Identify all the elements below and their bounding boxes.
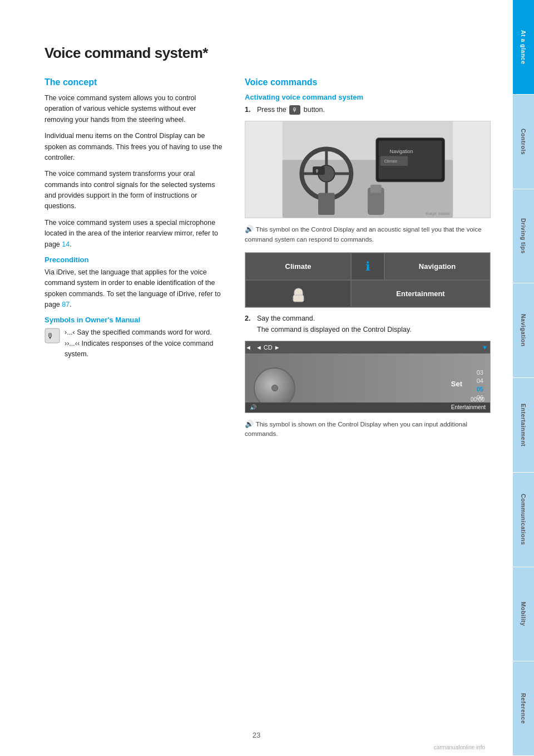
right-sidebar: At a glance Controls Driving tips Naviga… bbox=[513, 0, 534, 756]
activating-heading: Activating voice command system bbox=[245, 93, 491, 101]
concept-para-1: The voice command system allows you to c… bbox=[44, 93, 222, 125]
nav-grid: Climate ℹ Navigation Entertainment bbox=[245, 253, 490, 307]
watermark: carmanualonline.info bbox=[434, 744, 485, 750]
concept-heading: The concept bbox=[44, 77, 222, 87]
hand-icon bbox=[289, 284, 308, 303]
voice-button-icon: 🎙 bbox=[289, 105, 300, 115]
cd-inner: ◄ ◄ CD ► ▼ Set bbox=[245, 341, 490, 413]
nav-cell-climate: Climate bbox=[245, 253, 351, 280]
sidebar-tab-entertainment[interactable]: Entertainment bbox=[513, 378, 534, 473]
left-column: The concept The voice command system all… bbox=[44, 77, 222, 447]
cd-disc-hole bbox=[271, 385, 278, 391]
step-2-num: 2. bbox=[245, 313, 254, 335]
sidebar-tab-at-a-glance[interactable]: At a glance bbox=[513, 0, 534, 95]
cd-bottom-bar: 🔊 Entertainment bbox=[245, 402, 490, 413]
cd-image: ◄ ◄ CD ► ▼ Set bbox=[245, 341, 491, 413]
step1-caption: 🔊 This symbol on the Control Display and… bbox=[245, 224, 491, 244]
nav-cell-info: ℹ bbox=[351, 253, 384, 280]
nav-menu-image: Climate ℹ Navigation Entertainment bbox=[245, 252, 491, 308]
page-link-87[interactable]: 87 bbox=[62, 301, 70, 308]
two-column-layout: The concept The voice command system all… bbox=[44, 77, 491, 447]
car-image-inner: 🎙 Navigation Climate I bbox=[245, 121, 490, 218]
cd-track-05: 05 bbox=[477, 386, 483, 392]
cd-set-label: Set bbox=[451, 379, 462, 387]
symbols-heading: Symbols in Owner's Manual bbox=[44, 316, 222, 324]
sidebar-tab-communications[interactable]: Communications bbox=[513, 473, 534, 567]
svg-text:Navigation: Navigation bbox=[390, 149, 413, 155]
step-2-text: Say the command.The command is displayed… bbox=[257, 313, 412, 335]
step-1-text: Press the 🎙 button. bbox=[257, 105, 325, 115]
nav-cell-entertainment: Entertainment bbox=[351, 280, 490, 307]
concept-para-3: The voice command system transforms your… bbox=[44, 169, 222, 212]
cd-label: ◄ CD ► bbox=[256, 344, 280, 351]
precondition-text: Via iDrive, set the language that applie… bbox=[44, 267, 222, 311]
cd-top-bar: ◄ ◄ CD ► ▼ bbox=[245, 341, 490, 354]
cd-time: 00:00 bbox=[471, 396, 484, 402]
main-content: Voice command system* The concept The vo… bbox=[0, 0, 513, 756]
page-title: Voice command system* bbox=[44, 45, 491, 62]
step-2: 2. Say the command.The command is displa… bbox=[245, 313, 491, 335]
cd-prev-btn: ◄ bbox=[245, 344, 251, 351]
caption-symbol-2: 🔊 bbox=[245, 420, 256, 428]
symbol-say-text: ›...‹ Say the specified commands word fo… bbox=[65, 327, 222, 360]
svg-rect-19 bbox=[370, 185, 382, 193]
cd-bottom-label: Entertainment bbox=[451, 404, 486, 410]
page-container: Voice command system* The concept The vo… bbox=[0, 0, 534, 756]
page-link-14[interactable]: 14 bbox=[62, 240, 70, 248]
step-1-num: 1. bbox=[245, 105, 254, 115]
caption-symbol-1: 🔊 bbox=[245, 225, 256, 233]
cd-track-03: 03 bbox=[477, 369, 483, 376]
cd-track-04: 04 bbox=[477, 377, 483, 384]
nav-cell-arrow bbox=[245, 280, 351, 307]
concept-para-2: Individual menu items on the Control Dis… bbox=[44, 131, 222, 163]
step-1: 1. Press the 🎙 button. bbox=[245, 105, 491, 115]
svg-rect-22 bbox=[293, 295, 304, 302]
svg-text:Image: interior: Image: interior bbox=[426, 212, 451, 216]
step2-caption: 🔊 This symbol is shown on the Control Di… bbox=[245, 419, 491, 439]
nav-cell-navigation: Navigation bbox=[384, 253, 490, 280]
svg-text:🎙: 🎙 bbox=[315, 169, 319, 174]
sidebar-tab-driving-tips[interactable]: Driving tips bbox=[513, 189, 534, 284]
sidebar-tab-mobility[interactable]: Mobility bbox=[513, 567, 534, 662]
symbol-row-say: 🎙 ›...‹ Say the specified commands word … bbox=[44, 327, 222, 360]
step-list: 1. Press the 🎙 button. bbox=[245, 105, 491, 115]
sidebar-tab-navigation[interactable]: Navigation bbox=[513, 283, 534, 378]
sidebar-tab-reference[interactable]: Reference bbox=[513, 661, 534, 756]
right-column: Voice commands Activating voice command … bbox=[245, 77, 491, 447]
page-number: 23 bbox=[253, 731, 260, 739]
sidebar-tab-controls[interactable]: Controls bbox=[513, 95, 534, 189]
concept-para-4: The voice command system uses a special … bbox=[44, 218, 222, 250]
svg-rect-10 bbox=[318, 193, 335, 215]
cd-bottom-icon: 🔊 bbox=[250, 404, 256, 410]
voice-symbol-icon: 🎙 bbox=[44, 328, 60, 343]
svg-text:Climate: Climate bbox=[384, 160, 398, 164]
voice-commands-heading: Voice commands bbox=[245, 77, 491, 87]
car-image-box: 🎙 Navigation Climate I bbox=[245, 121, 491, 218]
step-2-list: 2. Say the command.The command is displa… bbox=[245, 313, 491, 335]
svg-text:🎙: 🎙 bbox=[47, 332, 54, 340]
car-interior-svg: 🎙 Navigation Climate I bbox=[245, 121, 490, 218]
precondition-heading: Precondition bbox=[44, 256, 222, 264]
cd-corner-icon: ▼ bbox=[482, 344, 488, 351]
